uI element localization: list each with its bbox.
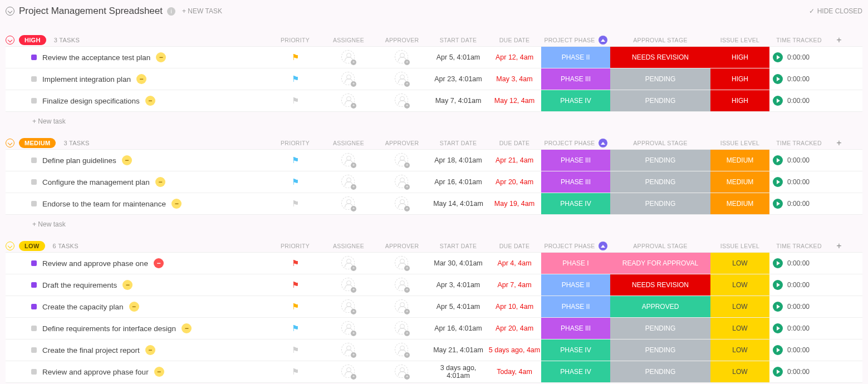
priority-flag[interactable]: ⚑ (268, 258, 322, 268)
issue-level-cell[interactable]: LOW (710, 318, 769, 339)
start-date[interactable]: May 21, 4:01am (429, 346, 488, 354)
start-date[interactable]: Apr 23, 4:01am (429, 75, 488, 83)
task-row[interactable]: Create the final project report − ⚑ + + … (6, 339, 862, 361)
col-due-date[interactable]: DUE DATE (488, 240, 541, 252)
approval-stage-cell[interactable]: PENDING (610, 90, 710, 111)
col-priority[interactable]: PRIORITY (268, 137, 322, 149)
task-status-square[interactable] (31, 304, 37, 309)
task-row[interactable]: Review and approve phase one − ⚑ + + Mar… (6, 252, 862, 274)
time-tracked-cell[interactable]: 0:00:00 (769, 177, 828, 187)
collapse-all-icon[interactable] (6, 7, 14, 16)
task-row[interactable]: Define requirements for interface design… (6, 317, 862, 339)
col-time-tracked[interactable]: TIME TRACKED (769, 35, 828, 46)
task-status-square[interactable] (31, 347, 37, 353)
col-assignee[interactable]: ASSIGNEE (322, 240, 375, 252)
col-approver[interactable]: APPROVER (375, 137, 429, 149)
approver-picker[interactable]: + (395, 299, 409, 314)
status-pill[interactable]: − (122, 155, 132, 165)
priority-flag[interactable]: ⚑ (268, 74, 322, 84)
task-status-square[interactable] (31, 369, 37, 375)
task-title[interactable]: Review the acceptance test plan (42, 53, 150, 62)
assignee-picker[interactable]: + (341, 50, 356, 65)
project-phase-cell[interactable]: PHASE III (541, 171, 610, 193)
task-status-square[interactable] (31, 326, 37, 331)
due-date[interactable]: Apr 20, 4am (488, 178, 541, 186)
approval-stage-cell[interactable]: PENDING (610, 318, 710, 339)
start-date[interactable]: Apr 16, 4:01am (429, 178, 488, 186)
col-start-date[interactable]: START DATE (429, 240, 488, 252)
task-status-square[interactable] (31, 282, 37, 288)
task-title[interactable]: Create the capacity plan (42, 303, 124, 311)
issue-level-cell[interactable]: HIGH (710, 90, 769, 111)
start-date[interactable]: May 7, 4:01am (429, 97, 488, 105)
approver-picker[interactable]: + (395, 365, 409, 379)
approval-stage-cell[interactable]: APPROVED (610, 296, 710, 317)
priority-flag[interactable]: ⚑ (268, 302, 322, 312)
approver-picker[interactable]: + (395, 321, 409, 336)
project-phase-cell[interactable]: PHASE I (541, 253, 610, 274)
issue-level-cell[interactable]: LOW (710, 296, 769, 317)
assignee-picker[interactable]: + (341, 175, 356, 189)
col-time-tracked[interactable]: TIME TRACKED (769, 240, 828, 252)
task-title[interactable]: Create the final project report (42, 346, 140, 355)
status-pill[interactable]: − (136, 74, 146, 84)
task-title-cell[interactable]: Define requirements for interface design… (6, 323, 268, 333)
play-icon[interactable] (773, 323, 783, 333)
issue-level-cell[interactable]: MEDIUM (710, 150, 769, 171)
due-date[interactable]: May 12, 4am (488, 97, 541, 105)
time-tracked-cell[interactable]: 0:00:00 (769, 155, 828, 165)
task-row[interactable]: Configure the management plan − ⚑ + + Ap… (6, 171, 862, 193)
priority-flag[interactable]: ⚑ (268, 199, 322, 209)
assignee-picker[interactable]: + (341, 72, 356, 86)
issue-level-cell[interactable]: MEDIUM (710, 193, 769, 214)
task-title-cell[interactable]: Draft the requirements − (6, 280, 268, 290)
col-start-date[interactable]: START DATE (429, 137, 488, 149)
task-title-cell[interactable]: Configure the management plan − (6, 177, 268, 187)
assignee-picker[interactable]: + (341, 365, 356, 379)
play-icon[interactable] (773, 155, 783, 165)
status-pill[interactable]: − (182, 323, 192, 333)
approval-stage-cell[interactable]: PENDING (610, 339, 710, 361)
time-tracked-cell[interactable]: 0:00:00 (769, 258, 828, 268)
approver-picker[interactable]: + (395, 343, 409, 357)
task-title[interactable]: Implement integration plan (42, 75, 131, 83)
approver-picker[interactable]: + (395, 72, 409, 86)
col-assignee[interactable]: ASSIGNEE (322, 137, 375, 149)
due-date[interactable]: Apr 10, 4am (488, 303, 541, 311)
status-pill[interactable]: − (156, 52, 166, 62)
priority-flag[interactable]: ⚑ (268, 96, 322, 106)
col-priority[interactable]: PRIORITY (268, 240, 322, 252)
play-icon[interactable] (773, 52, 783, 62)
play-icon[interactable] (773, 96, 783, 106)
task-row[interactable]: Implement integration plan − ⚑ + + Apr 2… (6, 68, 862, 90)
start-date[interactable]: Mar 30, 4:01am (429, 259, 488, 267)
assignee-picker[interactable]: + (341, 321, 356, 336)
group-badge[interactable]: HIGH (19, 35, 46, 45)
sort-asc-icon[interactable] (599, 139, 607, 147)
play-icon[interactable] (773, 177, 783, 187)
approval-stage-cell[interactable]: READY FOR APPROVAL (610, 253, 710, 274)
task-status-square[interactable] (31, 76, 37, 82)
time-tracked-cell[interactable]: 0:00:00 (769, 367, 828, 377)
task-status-square[interactable] (31, 179, 37, 185)
task-title[interactable]: Define plan guidelines (42, 156, 116, 165)
approver-picker[interactable]: + (395, 278, 409, 292)
priority-flag[interactable]: ⚑ (268, 323, 322, 333)
play-icon[interactable] (773, 367, 783, 377)
due-date[interactable]: Today, 4am (488, 368, 541, 376)
status-pill[interactable]: − (154, 258, 164, 268)
group-badge[interactable]: LOW (19, 241, 45, 251)
task-status-square[interactable] (31, 55, 37, 60)
approver-picker[interactable]: + (395, 93, 409, 108)
approval-stage-cell[interactable]: NEEDS REVISION (610, 47, 710, 68)
project-phase-cell[interactable]: PHASE IV (541, 361, 610, 382)
col-approver[interactable]: APPROVER (375, 240, 429, 252)
group-badge[interactable]: MEDIUM (19, 138, 56, 148)
due-date[interactable]: Apr 7, 4am (488, 281, 541, 289)
start-date[interactable]: Apr 5, 4:01am (429, 53, 488, 61)
time-tracked-cell[interactable]: 0:00:00 (769, 345, 828, 355)
project-phase-cell[interactable]: PHASE IV (541, 193, 610, 214)
task-title-cell[interactable]: Implement integration plan − (6, 74, 268, 84)
assignee-picker[interactable]: + (341, 278, 356, 292)
task-title[interactable]: Draft the requirements (42, 281, 117, 289)
